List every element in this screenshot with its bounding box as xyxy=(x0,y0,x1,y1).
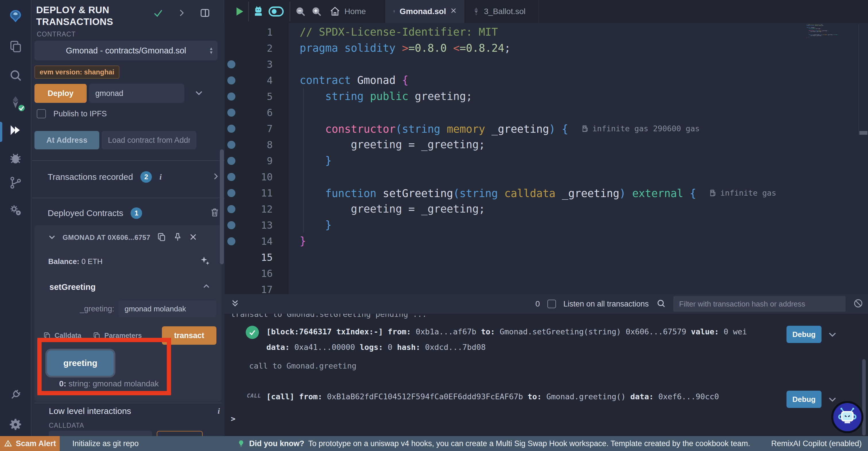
gutter-dot-icon[interactable] xyxy=(227,205,236,213)
copy-address-icon[interactable] xyxy=(157,232,166,243)
transactions-expand-icon[interactable] xyxy=(212,172,220,181)
code-line[interactable]: greeting = _greeting; xyxy=(300,201,485,217)
evm-version-badge: evm version: shanghai xyxy=(34,65,119,79)
at-address-button[interactable]: At Address xyxy=(34,131,99,149)
clear-console-icon[interactable] xyxy=(853,298,863,310)
collapse-panel-icon[interactable] xyxy=(177,9,186,19)
contract-select[interactable]: Gmonad - contracts/Gmonad.sol ▴▾ xyxy=(34,41,218,60)
log-note: call to Gmonad.greeting xyxy=(249,361,356,370)
param-input[interactable] xyxy=(118,301,216,317)
select-arrows-icon: ▴▾ xyxy=(210,47,212,55)
debug-button[interactable]: Debug xyxy=(786,326,822,343)
code-line[interactable]: // SPDX-License-Identifier: MIT xyxy=(300,24,498,40)
settings-icon[interactable] xyxy=(8,417,23,432)
solidity-compiler-icon[interactable] xyxy=(8,95,23,110)
pin-panel-icon[interactable] xyxy=(200,8,210,19)
gutter-dot-icon[interactable] xyxy=(227,157,236,165)
gutter-dot-icon[interactable] xyxy=(227,141,236,149)
code-line[interactable]: contract Gmonad { xyxy=(300,73,408,88)
gutter-dot-icon[interactable] xyxy=(227,109,236,117)
deploy-arg-input[interactable] xyxy=(89,84,184,103)
low-level-send-button[interactable] xyxy=(157,431,203,436)
deploy-and-run-icon[interactable] xyxy=(8,123,23,138)
run-script-icon[interactable] xyxy=(234,6,245,17)
debug-button[interactable]: Debug xyxy=(786,391,822,408)
scam-alert-button[interactable]: Scam Alert xyxy=(0,436,60,451)
gutter-dot-icon[interactable] xyxy=(227,189,236,197)
tab-gmonad-sol[interactable]: Gmonad.sol xyxy=(385,0,464,23)
log-text[interactable]: [block:7646317 txIndex:-] from: 0xb1a...… xyxy=(267,324,773,355)
low-level-info-icon[interactable]: i xyxy=(218,406,220,416)
expand-terminal-icon[interactable] xyxy=(230,299,240,309)
gutter-dot-icon[interactable] xyxy=(227,92,236,101)
close-contract-icon[interactable] xyxy=(189,233,197,243)
file-explorer-icon[interactable] xyxy=(8,39,23,54)
line-number: 14 xyxy=(241,233,273,249)
contract-collapse-icon[interactable] xyxy=(48,233,56,243)
sparkles-icon[interactable] xyxy=(199,255,211,268)
code-line[interactable]: } xyxy=(300,217,332,233)
gutter-dot-icon[interactable] xyxy=(227,60,236,68)
copilot-toggle-icon[interactable] xyxy=(268,6,284,17)
log-text[interactable]: [call] from: 0xB1aB62fdFC104512F594fCa0E… xyxy=(267,389,773,404)
code-line[interactable]: pragma solidity >=0.8.0 <=0.8.24; xyxy=(300,40,510,56)
listen-all-label: Listen on all transactions xyxy=(563,300,649,309)
info-icon[interactable]: i xyxy=(159,172,162,181)
low-level-title: Low level interactions xyxy=(49,406,131,416)
deploy-button[interactable]: Deploy xyxy=(34,84,87,103)
code-line[interactable]: string public greeting; xyxy=(300,88,472,105)
line-number: 5 xyxy=(241,88,273,105)
terminal-filter-input[interactable] xyxy=(673,296,846,312)
ai-copilot-robot-icon[interactable] xyxy=(252,5,265,18)
deploy-expand-icon[interactable] xyxy=(194,88,204,99)
code-editor[interactable]: 1234567891011121314151617 // SPDX-Licens… xyxy=(224,23,868,294)
code-line[interactable]: function setGreeting(string calldata _gr… xyxy=(300,185,776,202)
publish-ipfs-checkbox[interactable] xyxy=(37,109,46,118)
gutter-dot-icon[interactable] xyxy=(227,173,236,181)
tab-ballot-sol[interactable]: 3_Ballot.sol xyxy=(465,0,539,23)
terminal-search-icon[interactable] xyxy=(656,299,666,309)
listen-all-checkbox[interactable] xyxy=(547,300,556,308)
copilot-status[interactable]: RemixAI Copilot (enabled) xyxy=(771,439,862,448)
status-bar: Scam Alert Initialize as git repo Did yo… xyxy=(0,436,868,451)
panel-scrollbar[interactable] xyxy=(220,149,224,264)
git-init-button[interactable]: Initialize as git repo xyxy=(72,439,138,448)
panel-title: DEPLOY & RUN TRANSACTIONS xyxy=(36,4,160,28)
search-icon[interactable] xyxy=(8,68,23,83)
home-tab[interactable]: Home xyxy=(330,6,366,17)
terminal-log-area[interactable]: transact to Gmonad.setGreeting pending .… xyxy=(224,314,868,436)
trash-icon[interactable] xyxy=(210,207,220,219)
greeting-getter-button[interactable]: greeting xyxy=(47,350,114,376)
close-tab-icon[interactable] xyxy=(450,7,457,16)
plug-icon[interactable] xyxy=(8,387,23,402)
code-line[interactable]: } xyxy=(300,153,332,169)
remix-ai-assistant-avatar[interactable] xyxy=(831,401,863,433)
code-line[interactable]: greeting = _greeting; xyxy=(300,137,485,153)
terminal: 0 Listen on all transactions transact to… xyxy=(224,294,868,436)
gutter-dot-icon[interactable] xyxy=(227,221,236,229)
remix-logo-icon[interactable] xyxy=(8,9,23,24)
git-icon[interactable] xyxy=(8,175,23,190)
editor-scrollbar-thumb[interactable] xyxy=(859,131,867,135)
at-address-input[interactable] xyxy=(102,131,196,149)
zoom-in-icon[interactable] xyxy=(311,6,322,17)
gutter-dot-icon[interactable] xyxy=(227,125,236,133)
gutter-dot-icon[interactable] xyxy=(227,237,236,245)
minimap[interactable]: // SPDX-License-Identifier: MITpragma so… xyxy=(807,24,858,139)
code-line[interactable]: constructor(string memory _greeting) {in… xyxy=(300,121,700,137)
function-collapse-icon[interactable] xyxy=(202,282,211,292)
line-number: 6 xyxy=(241,105,273,121)
line-number: 16 xyxy=(241,265,273,282)
zoom-out-icon[interactable] xyxy=(294,6,306,17)
terminal-prompt[interactable]: > xyxy=(231,414,236,423)
pin-contract-icon[interactable] xyxy=(173,232,183,243)
terminal-scrollbar[interactable] xyxy=(862,359,866,435)
debugger-icon[interactable] xyxy=(8,150,23,166)
gutter-dot-icon[interactable] xyxy=(227,77,236,84)
plugin-manager-icon[interactable] xyxy=(8,203,23,218)
function-name: setGreeting xyxy=(50,282,96,292)
remix-ide-window: DEPLOY & RUN TRANSACTIONS CONTRACT Gmona… xyxy=(0,0,868,451)
low-level-calldata-input[interactable] xyxy=(49,431,152,436)
expand-log-icon[interactable] xyxy=(827,329,838,341)
code-line[interactable]: } xyxy=(300,233,306,249)
